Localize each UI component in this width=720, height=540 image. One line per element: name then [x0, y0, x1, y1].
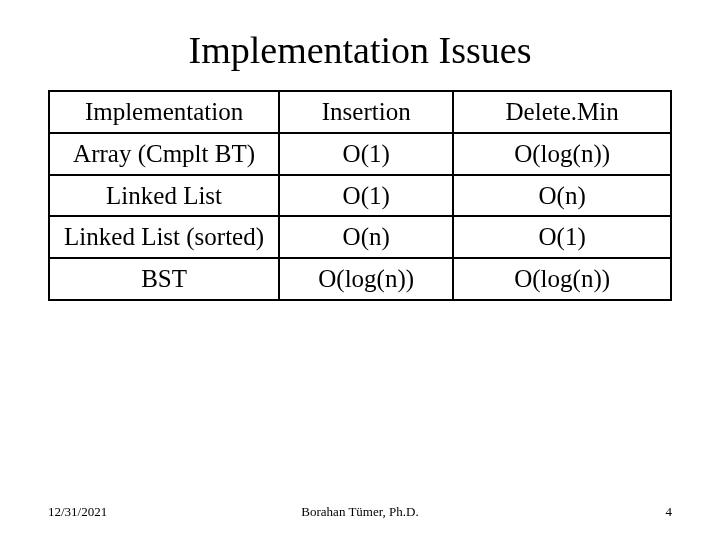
cell-impl: Array (Cmplt BT) [49, 133, 279, 175]
table-row: Array (Cmplt BT) O(1) O(log(n)) [49, 133, 671, 175]
col-header-insertion: Insertion [279, 91, 453, 133]
table-row: BST O(log(n)) O(log(n)) [49, 258, 671, 300]
table-header-row: Implementation Insertion Delete.Min [49, 91, 671, 133]
cell-impl: BST [49, 258, 279, 300]
col-header-implementation: Implementation [49, 91, 279, 133]
cell-insertion: O(1) [279, 175, 453, 217]
cell-deletemin: O(log(n)) [453, 133, 671, 175]
table-row: Linked List O(1) O(n) [49, 175, 671, 217]
slide: Implementation Issues Implementation Ins… [0, 0, 720, 540]
footer-page-number: 4 [666, 504, 673, 520]
cell-deletemin: O(n) [453, 175, 671, 217]
footer-author: Borahan Tümer, Ph.D. [301, 504, 418, 520]
col-header-deletemin: Delete.Min [453, 91, 671, 133]
cell-insertion: O(1) [279, 133, 453, 175]
cell-insertion: O(n) [279, 216, 453, 258]
slide-title: Implementation Issues [0, 0, 720, 90]
cell-deletemin: O(1) [453, 216, 671, 258]
cell-impl: Linked List (sorted) [49, 216, 279, 258]
cell-deletemin: O(log(n)) [453, 258, 671, 300]
cell-impl: Linked List [49, 175, 279, 217]
table-row: Linked List (sorted) O(n) O(1) [49, 216, 671, 258]
complexity-table: Implementation Insertion Delete.Min Arra… [48, 90, 672, 301]
footer-date: 12/31/2021 [48, 504, 107, 520]
cell-insertion: O(log(n)) [279, 258, 453, 300]
complexity-table-wrap: Implementation Insertion Delete.Min Arra… [48, 90, 672, 301]
